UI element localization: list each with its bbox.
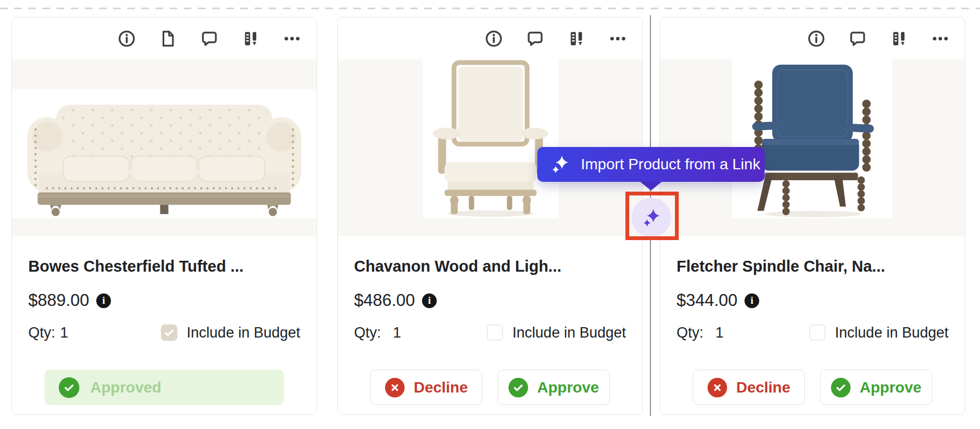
decline-button-label: Decline [736, 379, 791, 396]
include-in-budget-checkbox[interactable] [487, 324, 503, 341]
product-image [12, 89, 317, 218]
approve-button[interactable]: Approve [820, 370, 932, 405]
more-options-icon[interactable] [931, 29, 950, 48]
import-from-link-sparkle-button[interactable] [631, 198, 671, 237]
comment-icon[interactable] [526, 29, 544, 48]
include-in-budget: Include in Budget [809, 323, 948, 342]
qty-value: 1 [60, 324, 69, 341]
action-buttons: Decline Approve [693, 370, 932, 405]
decline-button[interactable]: Decline [370, 370, 482, 405]
approve-check-icon [831, 378, 851, 397]
more-options-icon[interactable] [609, 29, 627, 48]
quantity: Qty:1 [354, 323, 401, 342]
approve-button[interactable]: Approve [498, 370, 610, 405]
import-product-tooltip: Import Product from a Link [537, 147, 765, 182]
product-price: $344.00 [677, 291, 737, 310]
action-buttons: Decline Approve [370, 370, 610, 405]
qty-value[interactable]: 1 [716, 324, 724, 341]
qty-value[interactable]: 1 [393, 324, 401, 341]
info-icon[interactable] [807, 29, 826, 48]
product-card: Chavanon Wood and Ligh... $486.00 i Qty:… [337, 17, 643, 415]
comment-icon[interactable] [848, 29, 867, 48]
decline-x-icon [385, 378, 405, 397]
card-content: Bowes Chesterfield Tufted ... $889.00 i … [12, 257, 317, 405]
price-info-icon[interactable]: i [422, 293, 437, 308]
sparkles-icon [642, 208, 661, 228]
include-in-budget: Include in Budget [487, 323, 626, 342]
decline-x-icon [708, 378, 727, 397]
product-image [423, 59, 559, 218]
qty-row: Qty:1 Include in Budget [354, 323, 626, 342]
decline-button-label: Decline [414, 379, 468, 396]
document-icon[interactable] [159, 29, 177, 48]
product-card: Bowes Chesterfield Tufted ... $889.00 i … [11, 17, 317, 415]
price-row: $889.00 i [28, 291, 300, 310]
approve-button-label: Approve [860, 379, 922, 396]
price-row: $486.00 i [354, 291, 626, 310]
spindle-chair-illustration [732, 59, 892, 218]
product-title: Fletcher Spindle Chair, Na... [677, 257, 948, 275]
include-in-budget-label: Include in Budget [512, 323, 626, 342]
quantity: Qty:1 [677, 323, 724, 342]
product-title: Chavanon Wood and Ligh... [354, 257, 626, 275]
qty-label: Qty: [354, 324, 381, 341]
product-price: $889.00 [28, 291, 89, 310]
info-icon[interactable] [485, 29, 503, 48]
sparkles-icon [551, 155, 569, 174]
product-title: Bowes Chesterfield Tufted ... [28, 257, 300, 275]
product-image [732, 59, 892, 218]
price-row: $344.00 i [677, 291, 948, 310]
card-toolbar [660, 17, 965, 59]
more-options-icon[interactable] [283, 29, 301, 48]
armchair-illustration [423, 59, 559, 218]
approved-status: Approved [45, 370, 284, 405]
include-in-budget: Include in Budget [161, 323, 300, 342]
qty-label: Qty: [28, 324, 55, 341]
approve-button-label: Approve [537, 379, 599, 396]
approve-check-icon [508, 378, 528, 397]
specs-pencil-icon[interactable] [890, 29, 908, 48]
card-toolbar [338, 17, 642, 59]
product-price: $486.00 [354, 291, 415, 310]
qty-label: Qty: [677, 324, 704, 341]
price-info-icon[interactable]: i [96, 293, 111, 308]
approved-check-icon [59, 377, 79, 398]
import-product-tooltip-label: Import Product from a Link [581, 156, 760, 173]
specs-pencil-icon[interactable] [241, 29, 260, 48]
card-toolbar [12, 17, 317, 59]
product-image-area [12, 59, 317, 236]
qty-row: Qty:1 Include in Budget [677, 323, 948, 342]
top-dashed-divider [0, 8, 980, 9]
specs-pencil-icon[interactable] [567, 29, 586, 48]
include-in-budget-checkbox[interactable] [161, 324, 177, 341]
include-in-budget-label: Include in Budget [835, 323, 948, 342]
product-card: Fletcher Spindle Chair, Na... $344.00 i … [660, 17, 965, 415]
approved-status-label: Approved [90, 379, 162, 396]
card-content: Fletcher Spindle Chair, Na... $344.00 i … [660, 257, 965, 405]
include-in-budget-label: Include in Budget [187, 323, 300, 342]
decline-button[interactable]: Decline [693, 370, 805, 405]
comment-icon[interactable] [200, 29, 219, 48]
card-content: Chavanon Wood and Ligh... $486.00 i Qty:… [338, 257, 642, 405]
quantity: Qty:1 [28, 323, 69, 342]
price-info-icon[interactable]: i [745, 293, 759, 308]
sofa-illustration [20, 99, 308, 218]
include-in-budget-checkbox[interactable] [809, 324, 826, 341]
tooltip-arrow [639, 181, 663, 191]
qty-row: Qty:1 Include in Budget [28, 323, 300, 342]
info-icon[interactable] [117, 29, 136, 48]
